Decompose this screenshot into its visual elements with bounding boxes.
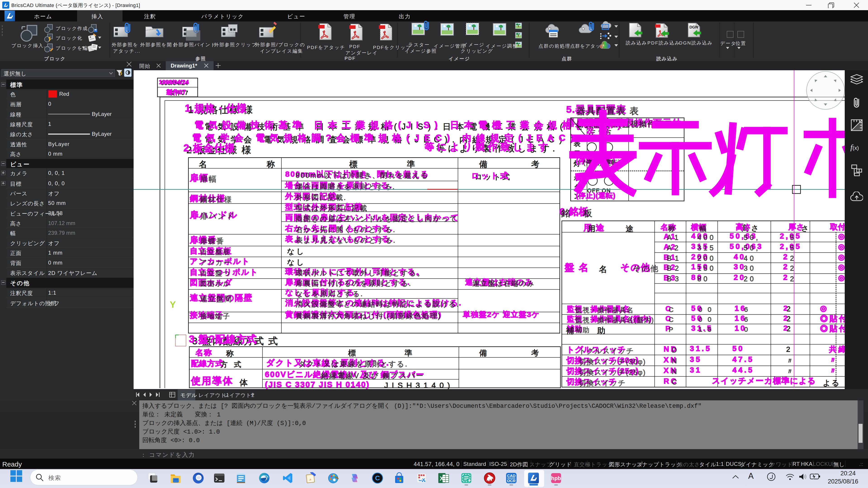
svg-text:OCR: OCR <box>507 479 516 483</box>
svg-text:DGN: DGN <box>689 25 698 29</box>
svg-text:hpb: hpb <box>551 475 561 481</box>
svg-text:CAD: CAD <box>507 474 516 478</box>
svg-text:X: X <box>440 475 444 482</box>
svg-text:C: C <box>375 474 380 482</box>
